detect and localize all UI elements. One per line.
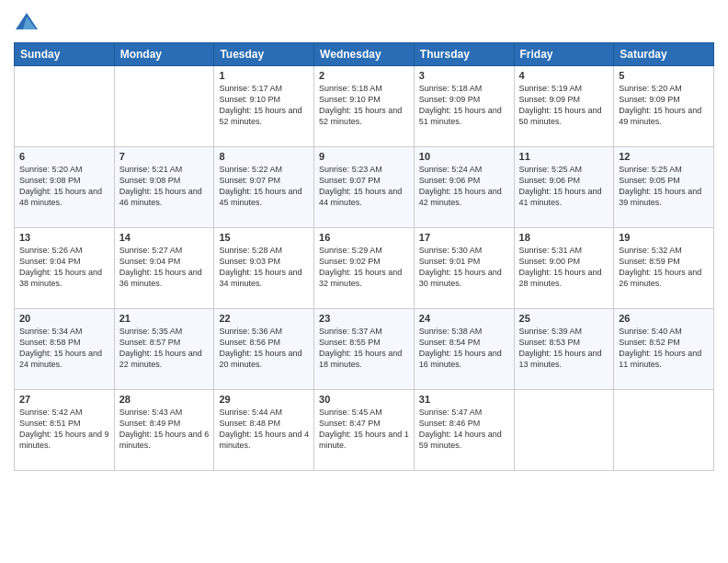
day-number: 31: [419, 394, 509, 405]
weekday-header-sunday: Sunday: [15, 43, 115, 66]
calendar-cell: [15, 66, 115, 147]
day-number: 27: [19, 394, 109, 405]
weekday-header-wednesday: Wednesday: [314, 43, 415, 66]
cell-info: Sunrise: 5:31 AM Sunset: 9:00 PM Dayligh…: [519, 245, 609, 290]
day-number: 26: [619, 313, 709, 324]
day-number: 12: [619, 151, 709, 162]
weekday-header-thursday: Thursday: [414, 43, 514, 66]
cell-info: Sunrise: 5:25 AM Sunset: 9:05 PM Dayligh…: [619, 164, 709, 209]
cell-info: Sunrise: 5:20 AM Sunset: 9:08 PM Dayligh…: [19, 164, 109, 209]
cell-info: Sunrise: 5:27 AM Sunset: 9:04 PM Dayligh…: [119, 245, 210, 290]
cell-info: Sunrise: 5:47 AM Sunset: 8:46 PM Dayligh…: [419, 407, 509, 452]
day-number: 30: [319, 394, 409, 405]
day-number: 17: [419, 232, 509, 243]
cell-info: Sunrise: 5:32 AM Sunset: 8:59 PM Dayligh…: [619, 245, 709, 290]
cell-info: Sunrise: 5:42 AM Sunset: 8:51 PM Dayligh…: [19, 407, 109, 452]
day-number: 20: [19, 313, 109, 324]
calendar-table: SundayMondayTuesdayWednesdayThursdayFrid…: [14, 42, 714, 471]
cell-info: Sunrise: 5:35 AM Sunset: 8:57 PM Dayligh…: [119, 326, 210, 371]
cell-info: Sunrise: 5:18 AM Sunset: 9:09 PM Dayligh…: [419, 83, 509, 128]
calendar-cell: 20Sunrise: 5:34 AM Sunset: 8:58 PM Dayli…: [15, 309, 115, 390]
cell-info: Sunrise: 5:19 AM Sunset: 9:09 PM Dayligh…: [519, 83, 609, 128]
cell-info: Sunrise: 5:24 AM Sunset: 9:06 PM Dayligh…: [419, 164, 509, 209]
cell-info: Sunrise: 5:18 AM Sunset: 9:10 PM Dayligh…: [319, 83, 409, 128]
day-number: 6: [19, 151, 109, 162]
calendar-cell: 30Sunrise: 5:45 AM Sunset: 8:47 PM Dayli…: [314, 390, 415, 471]
day-number: 9: [319, 151, 409, 162]
calendar-cell: 21Sunrise: 5:35 AM Sunset: 8:57 PM Dayli…: [114, 309, 214, 390]
day-number: 8: [219, 151, 309, 162]
calendar-cell: 7Sunrise: 5:21 AM Sunset: 9:08 PM Daylig…: [114, 147, 214, 228]
day-number: 4: [519, 70, 609, 81]
cell-info: Sunrise: 5:45 AM Sunset: 8:47 PM Dayligh…: [319, 407, 409, 452]
day-number: 13: [19, 232, 109, 243]
calendar-cell: 25Sunrise: 5:39 AM Sunset: 8:53 PM Dayli…: [514, 309, 614, 390]
calendar-cell: 1Sunrise: 5:17 AM Sunset: 9:10 PM Daylig…: [214, 66, 314, 147]
calendar-cell: [114, 66, 214, 147]
weekday-header-monday: Monday: [114, 43, 214, 66]
calendar-cell: 19Sunrise: 5:32 AM Sunset: 8:59 PM Dayli…: [614, 228, 714, 309]
cell-info: Sunrise: 5:22 AM Sunset: 9:07 PM Dayligh…: [219, 164, 309, 209]
weekday-header-saturday: Saturday: [614, 43, 714, 66]
day-number: 16: [319, 232, 409, 243]
calendar-cell: 31Sunrise: 5:47 AM Sunset: 8:46 PM Dayli…: [414, 390, 514, 471]
calendar-cell: 27Sunrise: 5:42 AM Sunset: 8:51 PM Dayli…: [15, 390, 115, 471]
cell-info: Sunrise: 5:37 AM Sunset: 8:55 PM Dayligh…: [319, 326, 409, 371]
day-number: 29: [219, 394, 309, 405]
page: SundayMondayTuesdayWednesdayThursdayFrid…: [0, 0, 728, 563]
cell-info: Sunrise: 5:20 AM Sunset: 9:09 PM Dayligh…: [619, 83, 709, 128]
cell-info: Sunrise: 5:17 AM Sunset: 9:10 PM Dayligh…: [219, 83, 309, 128]
day-number: 3: [419, 70, 509, 81]
day-number: 23: [319, 313, 409, 324]
day-number: 24: [419, 313, 509, 324]
cell-info: Sunrise: 5:39 AM Sunset: 8:53 PM Dayligh…: [519, 326, 609, 371]
day-number: 1: [219, 70, 309, 81]
calendar-cell: 29Sunrise: 5:44 AM Sunset: 8:48 PM Dayli…: [214, 390, 314, 471]
day-number: 10: [419, 151, 509, 162]
cell-info: Sunrise: 5:28 AM Sunset: 9:03 PM Dayligh…: [219, 245, 309, 290]
calendar-cell: 11Sunrise: 5:25 AM Sunset: 9:06 PM Dayli…: [514, 147, 614, 228]
logo-icon: [14, 9, 40, 35]
day-number: 5: [619, 70, 709, 81]
cell-info: Sunrise: 5:25 AM Sunset: 9:06 PM Dayligh…: [519, 164, 609, 209]
cell-info: Sunrise: 5:30 AM Sunset: 9:01 PM Dayligh…: [419, 245, 509, 290]
calendar-cell: 4Sunrise: 5:19 AM Sunset: 9:09 PM Daylig…: [514, 66, 614, 147]
logo: [14, 9, 43, 35]
calendar-cell: 9Sunrise: 5:23 AM Sunset: 9:07 PM Daylig…: [314, 147, 415, 228]
calendar-cell: 12Sunrise: 5:25 AM Sunset: 9:05 PM Dayli…: [614, 147, 714, 228]
calendar-cell: 8Sunrise: 5:22 AM Sunset: 9:07 PM Daylig…: [214, 147, 314, 228]
calendar-cell: 14Sunrise: 5:27 AM Sunset: 9:04 PM Dayli…: [114, 228, 214, 309]
day-number: 11: [519, 151, 609, 162]
week-row-5: 27Sunrise: 5:42 AM Sunset: 8:51 PM Dayli…: [15, 390, 714, 471]
cell-info: Sunrise: 5:21 AM Sunset: 9:08 PM Dayligh…: [119, 164, 210, 209]
calendar-cell: [514, 390, 614, 471]
cell-info: Sunrise: 5:23 AM Sunset: 9:07 PM Dayligh…: [319, 164, 409, 209]
day-number: 22: [219, 313, 309, 324]
cell-info: Sunrise: 5:26 AM Sunset: 9:04 PM Dayligh…: [19, 245, 109, 290]
day-number: 7: [119, 151, 210, 162]
week-row-1: 1Sunrise: 5:17 AM Sunset: 9:10 PM Daylig…: [15, 66, 714, 147]
weekday-header-row: SundayMondayTuesdayWednesdayThursdayFrid…: [15, 43, 714, 66]
cell-info: Sunrise: 5:44 AM Sunset: 8:48 PM Dayligh…: [219, 407, 309, 452]
cell-info: Sunrise: 5:34 AM Sunset: 8:58 PM Dayligh…: [19, 326, 109, 371]
cell-info: Sunrise: 5:43 AM Sunset: 8:49 PM Dayligh…: [119, 407, 210, 452]
weekday-header-tuesday: Tuesday: [214, 43, 314, 66]
calendar-cell: 13Sunrise: 5:26 AM Sunset: 9:04 PM Dayli…: [15, 228, 115, 309]
day-number: 25: [519, 313, 609, 324]
day-number: 2: [319, 70, 409, 81]
calendar-cell: 10Sunrise: 5:24 AM Sunset: 9:06 PM Dayli…: [414, 147, 514, 228]
calendar-cell: 22Sunrise: 5:36 AM Sunset: 8:56 PM Dayli…: [214, 309, 314, 390]
calendar-cell: 5Sunrise: 5:20 AM Sunset: 9:09 PM Daylig…: [614, 66, 714, 147]
calendar-cell: 17Sunrise: 5:30 AM Sunset: 9:01 PM Dayli…: [414, 228, 514, 309]
cell-info: Sunrise: 5:36 AM Sunset: 8:56 PM Dayligh…: [219, 326, 309, 371]
calendar-cell: 24Sunrise: 5:38 AM Sunset: 8:54 PM Dayli…: [414, 309, 514, 390]
calendar-cell: 2Sunrise: 5:18 AM Sunset: 9:10 PM Daylig…: [314, 66, 415, 147]
header: [14, 9, 714, 35]
calendar-cell: 16Sunrise: 5:29 AM Sunset: 9:02 PM Dayli…: [314, 228, 415, 309]
cell-info: Sunrise: 5:38 AM Sunset: 8:54 PM Dayligh…: [419, 326, 509, 371]
calendar-cell: [614, 390, 714, 471]
week-row-4: 20Sunrise: 5:34 AM Sunset: 8:58 PM Dayli…: [15, 309, 714, 390]
week-row-3: 13Sunrise: 5:26 AM Sunset: 9:04 PM Dayli…: [15, 228, 714, 309]
day-number: 21: [119, 313, 210, 324]
day-number: 14: [119, 232, 210, 243]
